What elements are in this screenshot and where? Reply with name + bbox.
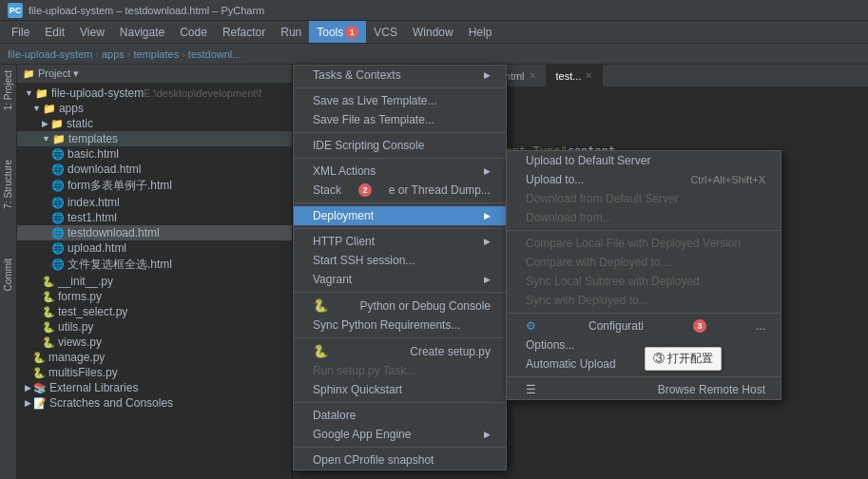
deployment-submenu: Upload to Default Server Upload to... Ct… — [506, 150, 781, 400]
menu-file[interactable]: File — [4, 21, 37, 43]
tree-external-libs[interactable]: ▶ 📚 External Libraries — [17, 380, 292, 395]
browse-icon: ☰ — [526, 383, 536, 396]
submenu-arrow-icon: ▶ — [484, 211, 491, 220]
datalore-item[interactable]: Datalore — [294, 406, 506, 425]
test1-html-label: test1.html — [68, 211, 117, 224]
save-live-template-item[interactable]: Save as Live Template... — [294, 91, 506, 110]
manage-py-label: manage.py — [48, 351, 105, 364]
breadcrumb-part1[interactable]: file-upload-system — [8, 48, 92, 60]
tree-apps[interactable]: ▼ 📁 apps — [17, 101, 292, 116]
python-debug-label: Python or Debug Console — [360, 299, 491, 313]
index-html-label: index.html — [68, 196, 120, 209]
editor-area: views.py ✕ manage.py ✕ download.html ✕ t… — [293, 65, 868, 479]
configuration-item[interactable]: ⚙ Configurati 3 ... — [507, 316, 781, 335]
ext-libs-label: External Libraries — [49, 381, 138, 394]
run-setup-item[interactable]: Run setup.py Task... — [294, 361, 506, 380]
tree-utils-py[interactable]: 🐍 utils.py — [17, 319, 292, 335]
tree-form-html[interactable]: 🌐 form多表单例子.html — [17, 177, 292, 195]
tree-init-py[interactable]: 🐍 __init__.py — [17, 274, 292, 289]
app-icon: PC — [8, 3, 23, 18]
menu-edit[interactable]: Edit — [37, 21, 72, 43]
sphinx-item[interactable]: Sphinx Quickstart — [294, 380, 506, 399]
tab-structure[interactable]: 7: Structure — [1, 154, 15, 215]
py-icon: 🐍 — [42, 321, 55, 334]
tree-templates[interactable]: ▼ 📁 templates — [17, 131, 292, 146]
project-label: Project ▾ — [38, 67, 79, 80]
sync-requirements-item[interactable]: Sync Python Requirements... — [294, 316, 506, 335]
stack-trace-label: Stack — [313, 183, 341, 197]
menu-navigate[interactable]: Navigate — [112, 21, 172, 43]
tab-testdownload-html[interactable]: test... ✕ — [547, 65, 604, 86]
python-debug-item[interactable]: 🐍 Python or Debug Console — [294, 296, 506, 316]
menu-vcs[interactable]: VCS — [366, 21, 405, 43]
tree-views-py[interactable]: 🐍 views.py — [17, 335, 292, 350]
menu-refactor[interactable]: Refactor — [215, 21, 273, 43]
menu-tools[interactable]: Tools 1 — [309, 21, 366, 43]
tab-testdownload-html-close[interactable]: ✕ — [585, 70, 592, 81]
tree-basic-html[interactable]: 🌐 basic.html — [17, 146, 292, 162]
menu-window[interactable]: Window — [405, 21, 461, 43]
download-from-item[interactable]: Download from... — [507, 208, 781, 227]
tree-test1-html[interactable]: 🌐 test1.html — [17, 210, 292, 225]
menu-run[interactable]: Run — [273, 21, 309, 43]
breadcrumb: file-upload-system › apps › templates › … — [0, 44, 868, 65]
tab-download-html-close[interactable]: ✕ — [529, 70, 536, 81]
tree-static[interactable]: ▶ 📁 static — [17, 116, 292, 131]
stack-trace-item[interactable]: Stack 2 e or Thread Dump... — [294, 181, 506, 200]
tree-index-html[interactable]: 🌐 index.html — [17, 195, 292, 210]
cprofile-item[interactable]: Open CProfile snapshot — [294, 450, 506, 469]
tree-checkbox-html[interactable]: 🌐 文件复选框全选.html — [17, 256, 292, 274]
tree-upload-html[interactable]: 🌐 upload.html — [17, 240, 292, 256]
upload-to-item[interactable]: Upload to... Ctrl+Alt+Shift+X — [507, 170, 781, 189]
breadcrumb-part2[interactable]: apps — [102, 48, 125, 60]
tree-forms-py[interactable]: 🐍 forms.py — [17, 289, 292, 304]
sync-local-item[interactable]: Sync Local Subtree with Deployed — [507, 272, 781, 291]
tree-testdownload-html[interactable]: 🌐 testdownload.html — [17, 225, 292, 240]
tools-dropdown: Tasks & Contexts ▶ Save as Live Template… — [293, 65, 507, 470]
tree-multisfiles-py[interactable]: 🐍 multisFiles.py — [17, 365, 292, 380]
menu-separator — [294, 447, 506, 448]
tree-root[interactable]: ▼ 📁 file-upload-system E:\desktop\develo… — [17, 86, 292, 101]
compare-local-label: Compare Local File with Deployed Version — [526, 237, 741, 250]
ide-scripting-item[interactable]: IDE Scripting Console — [294, 136, 506, 155]
static-label: static — [67, 117, 93, 130]
options-item[interactable]: Options... — [507, 335, 781, 354]
tree-manage-py[interactable]: 🐍 manage.py — [17, 350, 292, 365]
submenu-arrow-icon: ▶ — [484, 166, 491, 176]
save-file-template-item[interactable]: Save File as Template... — [294, 110, 506, 129]
scratches-label: Scratches and Consoles — [49, 396, 173, 410]
html-icon: 🌐 — [51, 180, 65, 192]
tree-test-select-py[interactable]: 🐍 test_select.py — [17, 304, 292, 319]
badge-2: 2 — [358, 183, 372, 197]
menu-code[interactable]: Code — [172, 21, 215, 43]
create-setup-item[interactable]: 🐍 Create setup.py — [294, 341, 506, 361]
tab-project[interactable]: 1: Project — [1, 65, 15, 116]
forms-py-label: forms.py — [58, 290, 102, 303]
sync-deployed-item[interactable]: Sync with Deployed to... — [507, 291, 781, 310]
upload-default-item[interactable]: Upload to Default Server — [507, 151, 781, 170]
ssh-session-item[interactable]: Start SSH session... — [294, 251, 506, 270]
tasks-contexts-item[interactable]: Tasks & Contexts ▶ — [294, 66, 506, 85]
tab-testdownload-html-label: test... — [556, 70, 582, 82]
ssh-session-label: Start SSH session... — [313, 254, 415, 267]
breadcrumb-part3[interactable]: templates — [133, 48, 179, 60]
vagrant-item[interactable]: Vagrant ▶ — [294, 270, 506, 289]
automatic-upload-item[interactable]: Automatic Upload — [507, 354, 781, 374]
py-icon: 🐍 — [32, 352, 46, 364]
breadcrumb-part4[interactable]: testdownl... — [188, 48, 241, 60]
tree-download-html[interactable]: 🌐 download.html — [17, 162, 292, 177]
http-client-item[interactable]: HTTP Client ▶ — [294, 232, 506, 251]
download-default-item[interactable]: Download from Default Server — [507, 189, 781, 208]
deployment-item[interactable]: Deployment ▶ — [294, 206, 506, 225]
compare-local-item[interactable]: Compare Local File with Deployed Version — [507, 234, 781, 253]
menu-help[interactable]: Help — [461, 21, 500, 43]
xml-actions-item[interactable]: XML Actions ▶ — [294, 162, 506, 181]
google-app-item[interactable]: Google App Engine ▶ — [294, 425, 506, 444]
tab-commit[interactable]: Commit — [1, 253, 15, 297]
menu-view[interactable]: View — [72, 21, 112, 43]
py-icon: 🐍 — [42, 291, 55, 303]
compare-deployed-item[interactable]: Compare with Deployed to ... — [507, 253, 781, 272]
project-panel-header: 📁 Project ▾ — [17, 65, 292, 84]
tree-scratches[interactable]: ▶ 📝 Scratches and Consoles — [17, 395, 292, 411]
browse-remote-item[interactable]: ☰ Browse Remote Host — [507, 380, 781, 399]
